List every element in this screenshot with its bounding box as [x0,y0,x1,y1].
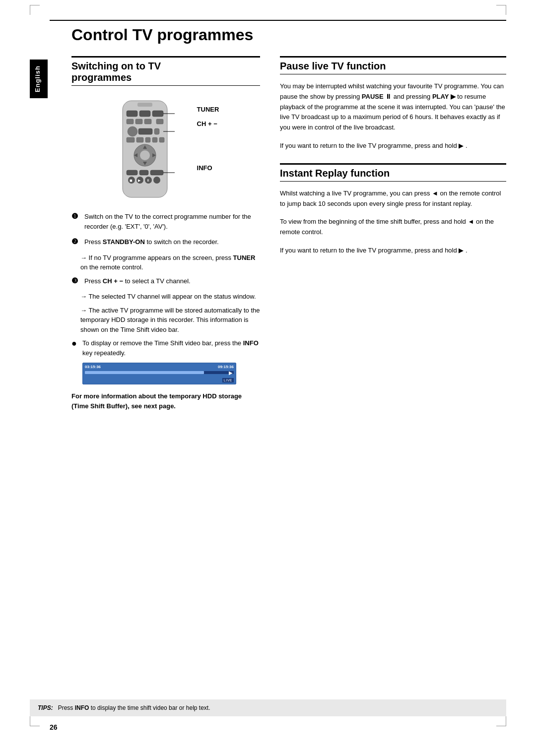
corner-mark-bl [30,716,40,726]
step-2-content: Press STANDBY-ON to switch on the record… [84,237,219,247]
svg-rect-10 [138,128,152,134]
svg-rect-23 [127,170,137,175]
svg-rect-14 [145,137,150,142]
svg-rect-11 [154,128,159,134]
svg-rect-25 [150,170,163,175]
right-column: Pause live TV function You may be interr… [280,56,506,411]
step-2-sub: → If no TV programme appears on the scre… [71,253,260,272]
bullet-content: To display or remove the Time Shift vide… [82,338,260,358]
remote-control-diagram: ◼ ▶ ⏸ TUNER [71,96,260,202]
tuner-label: TUNER [197,106,219,113]
remote-svg: ◼ ▶ ⏸ [113,96,192,202]
vb-time-left: 03:15:36 [85,365,101,369]
svg-rect-3 [139,111,150,117]
remote-labels: TUNER CH + − INFO [197,96,219,172]
step-num-3: ❸ [71,276,80,285]
svg-point-9 [128,126,137,136]
svg-rect-7 [144,119,151,124]
svg-rect-1 [137,103,152,107]
svg-rect-5 [127,119,134,124]
two-column-layout: Switching on to TVprogrammes [50,56,506,411]
page-container: English Control TV programmes Switching … [0,0,536,756]
step-3-sub-2: → The active TV programme will be stored… [71,306,260,335]
step-2: ❷ Press STANDBY-ON to switch on the reco… [71,237,260,247]
page-number: 26 [50,723,58,731]
time-shift-videobar: 03:15:36 09:15:36 ▶ LIVE [82,363,236,384]
svg-text:◼: ◼ [130,179,133,182]
tips-label: TIPS: [38,704,53,711]
svg-rect-13 [136,137,143,142]
instant-para-1: Whilst watching a live TV programme, you… [280,189,506,209]
step-num-2: ❷ [71,237,80,246]
step-3: ❸ Press CH + − to select a TV channel. [71,276,260,286]
pause-para-1: You may be interrupted whilst watching y… [280,81,506,133]
left-column: Switching on to TVprogrammes [71,56,260,411]
bullet-dot: ● [71,338,78,349]
corner-mark-br [496,716,506,726]
info-label: INFO [197,164,219,172]
hdd-info: For more information about the temporary… [71,391,260,411]
vb-progress-fill [85,371,204,374]
step-3-sub-1: → The selected TV channel will appear on… [71,292,260,302]
ch-label: CH + − [197,120,219,127]
vb-live-badge: LIVE [222,378,234,382]
instant-para-2: To view from the beginning of the time s… [280,217,506,238]
tips-bar: TIPS: Press INFO to display the time shi… [30,699,506,716]
step-3-content: Press CH + − to select a TV channel. [84,276,191,286]
vb-time-right: 09:15:36 [218,365,234,369]
step-1: ❶ Switch on the TV to the correct progra… [71,212,260,231]
svg-rect-2 [127,111,137,117]
left-section-title: Switching on to TVprogrammes [71,56,260,86]
language-tab: English [30,60,48,98]
info-bullet: ● To display or remove the Time Shift vi… [71,338,260,358]
corner-mark-tl [30,5,40,15]
svg-rect-4 [152,111,163,117]
corner-mark-tr [496,5,506,15]
svg-point-18 [140,150,150,160]
step-1-content: Switch on the TV to the correct programm… [84,212,260,231]
videobar-inner: 03:15:36 09:15:36 ▶ LIVE [83,363,236,384]
svg-rect-24 [139,170,148,175]
svg-rect-12 [127,137,134,142]
svg-rect-8 [156,119,163,124]
svg-point-29 [153,177,160,184]
instant-section-title: Instant Replay function [280,163,506,182]
pause-section-title: Pause live TV function [280,56,506,74]
page-title: Control TV programmes [50,20,506,44]
pause-para-2: If you want to return to the live TV pro… [280,141,506,151]
svg-rect-15 [152,137,157,142]
svg-rect-6 [135,119,142,124]
svg-text:⏸: ⏸ [146,179,150,182]
svg-rect-16 [159,137,164,142]
vb-play-icon: ▶ [229,370,233,376]
vb-progress-track [85,371,234,374]
step-num-1: ❶ [71,212,80,221]
instant-para-3: If you want to return to the live TV pro… [280,246,506,256]
